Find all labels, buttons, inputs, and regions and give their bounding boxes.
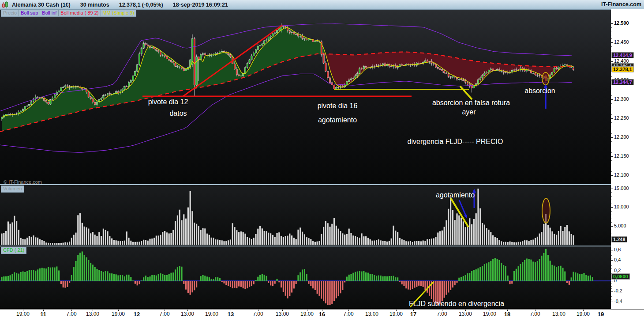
- cfd-indicator-chip[interactable]: CFD ( 21): [1, 247, 26, 254]
- time-axis-day-label: 18: [504, 311, 510, 318]
- axis-tick: [611, 141, 612, 142]
- time-axis-label: 19:00: [300, 311, 314, 317]
- time-axis-day-label: 19: [598, 311, 604, 318]
- axis-tick: [611, 35, 612, 35]
- svg-text:divergencia FLJD----- PRECIO: divergencia FLJD----- PRECIO: [408, 138, 503, 145]
- axis-tick: [611, 73, 612, 73]
- time-axis-tick: [231, 310, 231, 311]
- svg-text:ayer: ayer: [462, 108, 476, 116]
- axis-tick: [611, 27, 612, 28]
- time-axis-day-label: 12: [134, 311, 140, 318]
- indicator-chip-precio[interactable]: Precio: [1, 10, 19, 16]
- svg-text:pivote dia 16: pivote dia 16: [318, 102, 358, 110]
- axis-tick: [611, 211, 612, 212]
- axis-tick: [611, 271, 613, 271]
- volume-indicator-chip-row: Volumen: [1, 186, 24, 193]
- axis-tick: [611, 234, 612, 234]
- time-axis-tick: [372, 310, 372, 311]
- axis-value-badge: 12.378,1: [611, 66, 634, 72]
- axis-label: 15.000: [614, 186, 629, 191]
- watermark: © IT-Finance.com: [4, 179, 42, 184]
- axis-tick: [611, 88, 612, 88]
- time-axis-label: 19:00: [389, 311, 403, 317]
- datetime-label: 18-sep-2019 16:09:21: [173, 2, 228, 8]
- timeframe-label: 30 minutos: [80, 2, 109, 8]
- axis-tick: [611, 31, 612, 31]
- axis-label: -0,2: [614, 288, 622, 293]
- time-axis-label: 7:00: [343, 311, 353, 317]
- indicator-chip-boll-media-89-2-[interactable]: Boll media ( 89 2): [59, 10, 101, 16]
- time-axis-label: 7:00: [159, 311, 169, 317]
- axis-tick: [611, 145, 612, 145]
- axis-tick: [611, 288, 612, 289]
- indicator-toolbar: PrecioBoll supBoll infBoll media ( 89 2)…: [1, 10, 136, 17]
- axis-label: 0,6: [614, 247, 621, 252]
- axis-tick: [611, 160, 612, 161]
- svg-text:FLJD subiendo en divergencia: FLJD subiendo en divergencia: [409, 300, 504, 307]
- time-axis-label: 13:00: [552, 311, 565, 317]
- time-axis-tick: [507, 310, 508, 311]
- axis-tick: [611, 103, 612, 104]
- price-pane[interactable]: pivote dia 12datospivote dia 16agotamien…: [0, 10, 611, 184]
- axis-tick: [611, 204, 612, 204]
- volume-indicator-chip[interactable]: Volumen: [1, 186, 24, 192]
- cfd-chart-canvas[interactable]: FLJD subiendo en divergencia: [0, 246, 611, 308]
- axis-label: 5.000: [614, 223, 626, 228]
- candlestick-icon: [1, 1, 9, 8]
- axis-tick: [611, 294, 612, 294]
- axis-label: 0,4: [614, 257, 621, 262]
- instrument-title: Alemania 30 Cash (1€): [12, 2, 71, 8]
- axis-tick: [611, 171, 612, 172]
- indicator-chip-boll-sup[interactable]: Boll sup: [19, 10, 40, 16]
- indicator-chip-mm-simple-9-[interactable]: MM (Simple 9): [101, 10, 136, 16]
- axis-value-badge: 0,0800: [611, 273, 630, 280]
- axis-tick: [611, 42, 613, 43]
- svg-text:pivote dia 12: pivote dia 12: [148, 98, 188, 106]
- axis-value-badge: 12.344,7: [611, 79, 634, 85]
- last-price-label: 12.378,1 (-0,05%): [119, 2, 163, 8]
- axis-tick: [611, 137, 613, 138]
- axis-tick: [611, 263, 612, 263]
- price-axis[interactable]: 12.50012.45012.40012.35012.30012.25012.2…: [611, 9, 644, 309]
- axis-value-badge: 12.414,9: [611, 52, 634, 58]
- time-axis-tick: [93, 310, 93, 311]
- axis-tick: [611, 253, 612, 253]
- axis-tick: [611, 265, 612, 266]
- axis-label: 12.500: [614, 20, 629, 26]
- time-axis-label: 19:00: [483, 311, 496, 317]
- volume-chart-canvas[interactable]: agotamiento: [0, 185, 611, 246]
- axis-tick: [611, 23, 613, 24]
- indicator-chip-boll-inf[interactable]: Boll inf: [40, 10, 59, 16]
- axis-tick: [611, 207, 613, 208]
- axis-tick: [611, 258, 612, 258]
- axis-tick: [611, 130, 612, 130]
- time-axis-tick: [442, 310, 442, 311]
- price-chart-canvas[interactable]: pivote dia 12datospivote dia 16agotamien…: [0, 10, 611, 184]
- axis-tick: [611, 284, 612, 284]
- svg-text:absorcion en falsa rotura: absorcion en falsa rotura: [432, 99, 510, 106]
- time-axis-day-label: 13: [228, 311, 234, 318]
- time-axis-tick: [307, 310, 307, 311]
- axis-tick: [611, 152, 612, 153]
- volume-pane[interactable]: agotamiento: [0, 185, 611, 246]
- axis-tick: [611, 200, 612, 200]
- axis-label: 0,2: [614, 268, 621, 273]
- axis-label: 10.000: [614, 204, 629, 209]
- axis-tick: [611, 107, 612, 107]
- axis-tick: [611, 286, 612, 287]
- cfd-pane[interactable]: FLJD subiendo en divergencia: [0, 246, 611, 308]
- svg-text:agotamiento: agotamiento: [436, 191, 475, 199]
- time-axis-tick: [212, 310, 212, 311]
- time-axis-tick: [348, 310, 349, 311]
- axis-tick: [611, 50, 612, 50]
- axis-tick: [611, 133, 612, 134]
- brand-link[interactable]: IT-Finance.com: [601, 0, 641, 9]
- time-axis[interactable]: 19:00117:0013:0019:00127:0013:0019:00137…: [0, 309, 644, 318]
- axis-tick: [611, 222, 612, 223]
- axis-tick: [611, 149, 612, 149]
- axis-tick: [611, 268, 612, 269]
- time-axis-label: 13:00: [276, 311, 289, 317]
- time-axis-label: 7:00: [66, 311, 76, 317]
- axis-label: 12.300: [614, 96, 629, 102]
- axis-tick: [611, 255, 612, 256]
